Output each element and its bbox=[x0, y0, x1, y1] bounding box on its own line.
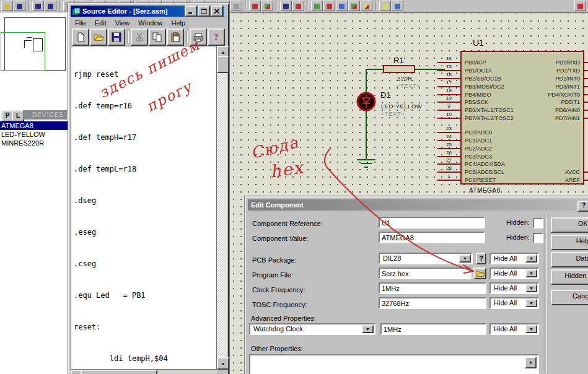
advanced-value-field[interactable] bbox=[380, 323, 486, 335]
scroll-up-icon[interactable]: ▲ bbox=[525, 357, 537, 368]
clock-hide-combo[interactable]: Hide All ▼ bbox=[489, 282, 539, 294]
advanced-property-combo[interactable]: Watchdog Clock ▼ bbox=[249, 323, 375, 335]
chevron-down-icon[interactable]: ▼ bbox=[362, 325, 374, 333]
value-hidden-checkbox[interactable] bbox=[533, 233, 543, 243]
device-list-item[interactable]: ATMEGA8 bbox=[0, 121, 68, 130]
hidden-pins-button[interactable]: Hidden Pins bbox=[551, 269, 588, 285]
help-button[interactable]: Help bbox=[551, 235, 588, 250]
source-editor-titlebar[interactable]: Source Editor - [Serz.asm] bbox=[71, 6, 224, 17]
package-help-button[interactable]: ? bbox=[476, 253, 486, 264]
toolbar-separator bbox=[186, 31, 188, 43]
chevron-down-icon[interactable]: ▼ bbox=[525, 284, 537, 292]
menu-view[interactable]: View bbox=[111, 17, 134, 28]
help-icon[interactable]: ? bbox=[208, 28, 225, 46]
browse-file-button[interactable] bbox=[473, 267, 486, 279]
save-design-icon[interactable] bbox=[14, 1, 25, 11]
minimize-icon[interactable] bbox=[185, 6, 197, 17]
print-icon[interactable] bbox=[190, 28, 207, 46]
toolbar-separator bbox=[307, 1, 309, 11]
code-editor-area[interactable]: rjmp reset .def temp=r16 .def tempH=r17 … bbox=[71, 46, 217, 370]
chevron-down-icon[interactable]: ▼ bbox=[459, 254, 471, 263]
toolbar-separator bbox=[375, 1, 377, 11]
cut-icon[interactable] bbox=[131, 28, 148, 46]
clock-frequency-input[interactable] bbox=[380, 284, 485, 293]
delete-object-icon[interactable] bbox=[323, 1, 335, 11]
other-properties-textarea[interactable]: ▲ bbox=[249, 354, 539, 374]
program-file-input[interactable] bbox=[380, 269, 470, 278]
dialog-titlebar[interactable]: Edit Component bbox=[248, 199, 587, 211]
resistor-r1[interactable] bbox=[383, 65, 415, 73]
chevron-down-icon[interactable]: ▼ bbox=[525, 299, 537, 307]
led-d1[interactable] bbox=[356, 91, 377, 112]
reference-hidden-checkbox[interactable] bbox=[533, 218, 543, 228]
ratsnest-icon[interactable] bbox=[361, 1, 372, 11]
scroll-down-icon[interactable]: ▼ bbox=[217, 357, 229, 370]
netlist-icon[interactable] bbox=[574, 1, 586, 11]
resistor-value-label: 220R bbox=[397, 75, 413, 82]
source-editor-window: Source Editor - [Serz.asm] File Edit Vie… bbox=[68, 3, 229, 374]
tosc-frequency-input[interactable] bbox=[380, 298, 485, 308]
toolbar-separator bbox=[28, 1, 30, 11]
chevron-down-icon[interactable]: ▼ bbox=[525, 269, 537, 277]
component-reference-label: Component Reference: bbox=[252, 220, 323, 227]
component-reference-input[interactable] bbox=[380, 218, 484, 227]
package-hide-combo[interactable]: Hide All ▼ bbox=[489, 253, 539, 264]
resistor-text-placeholder: <TEXT> bbox=[397, 82, 420, 89]
component-reference-field[interactable] bbox=[379, 217, 485, 228]
pin-stub bbox=[583, 70, 588, 71]
metric-icon[interactable] bbox=[280, 1, 292, 11]
import-section-icon[interactable] bbox=[32, 1, 44, 11]
horizontal-scrollbar[interactable]: ◀ bbox=[71, 370, 217, 374]
new-object-icon[interactable] bbox=[311, 1, 323, 11]
scrollbar-thumb[interactable] bbox=[217, 56, 229, 73]
chip-atmega8[interactable]: 14PB0/ICP 15PB1/OC1A 16PB2/SS/OC1B 17PB3… bbox=[460, 51, 584, 185]
pcb-package-combo[interactable]: DIL28 ▼ bbox=[379, 253, 473, 264]
maximize-icon[interactable] bbox=[198, 6, 210, 17]
bill-of-materials-icon[interactable] bbox=[379, 1, 391, 11]
advanced-value-input[interactable] bbox=[382, 324, 485, 334]
clock-frequency-label: Clock Frequency: bbox=[252, 286, 305, 294]
scrollbar-thumb[interactable] bbox=[81, 370, 157, 374]
zoom-area-icon[interactable] bbox=[230, 1, 242, 11]
chevron-down-icon[interactable]: ▼ bbox=[525, 325, 537, 333]
menu-help[interactable]: Help bbox=[167, 17, 190, 28]
file-hide-combo[interactable]: Hide All ▼ bbox=[489, 267, 539, 279]
vertical-scrollbar[interactable]: ▲ ▼ bbox=[217, 46, 227, 370]
program-file-field[interactable] bbox=[379, 267, 472, 279]
advanced-hide-combo[interactable]: Hide All ▼ bbox=[489, 323, 539, 335]
save-file-icon[interactable] bbox=[108, 28, 125, 46]
component-value-field[interactable] bbox=[379, 232, 485, 243]
tosc-frequency-field[interactable] bbox=[379, 297, 486, 309]
pin-number: 10 bbox=[437, 111, 460, 119]
menu-edit[interactable]: Edit bbox=[90, 17, 111, 28]
cancel-button[interactable]: Cancel bbox=[551, 290, 588, 305]
ok-button[interactable]: OK bbox=[551, 217, 588, 233]
code-line: .eseg bbox=[74, 227, 216, 238]
copy-icon[interactable] bbox=[149, 28, 166, 46]
clock-frequency-field[interactable] bbox=[379, 282, 486, 294]
electrical-check-icon[interactable] bbox=[392, 1, 403, 11]
paste-icon[interactable] bbox=[167, 28, 184, 46]
chevron-down-icon[interactable]: ▼ bbox=[525, 254, 537, 263]
ground-symbol bbox=[357, 159, 375, 160]
menu-window[interactable]: Window bbox=[134, 17, 167, 28]
wire-autorouter-icon[interactable] bbox=[249, 1, 261, 11]
close-icon[interactable] bbox=[211, 6, 223, 17]
library-manager-button[interactable]: L bbox=[12, 110, 24, 122]
device-list-item[interactable]: LED-YELLOW bbox=[0, 130, 68, 139]
false-origin-icon[interactable] bbox=[292, 1, 304, 11]
route-icon[interactable] bbox=[348, 1, 360, 11]
open-design-icon[interactable] bbox=[1, 1, 13, 11]
schematic-overview[interactable] bbox=[0, 14, 67, 107]
open-file-icon[interactable] bbox=[90, 28, 107, 46]
component-value-input[interactable] bbox=[380, 233, 484, 242]
export-section-icon[interactable] bbox=[45, 1, 56, 11]
menu-file[interactable]: File bbox=[71, 17, 90, 28]
data-button[interactable]: Data bbox=[551, 252, 588, 267]
new-file-icon[interactable] bbox=[72, 28, 89, 46]
tosc-hide-combo[interactable]: Hide All ▼ bbox=[489, 297, 539, 309]
device-list-item[interactable]: MINRES220R bbox=[0, 139, 68, 147]
dialog-help-icon[interactable]: ? bbox=[577, 201, 588, 212]
previous-icon[interactable] bbox=[336, 1, 348, 11]
search-tag-icon[interactable] bbox=[261, 1, 273, 11]
